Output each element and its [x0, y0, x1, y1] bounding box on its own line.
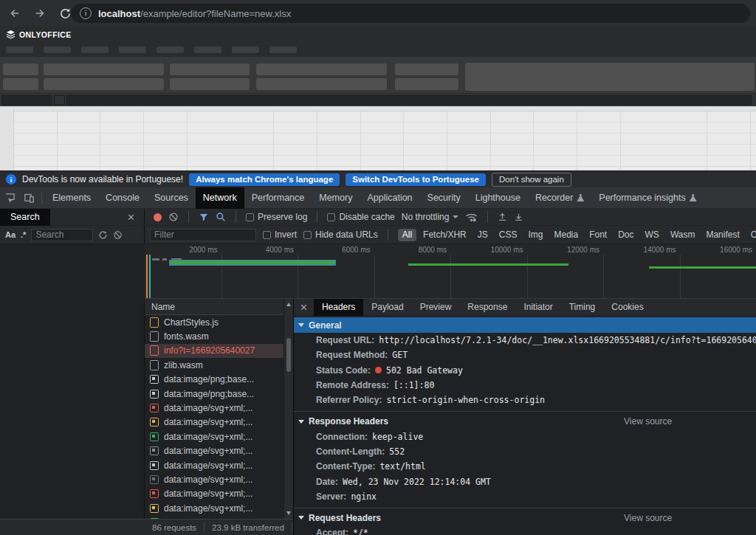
tab-console[interactable]: Console — [98, 187, 147, 209]
filter-chip-img[interactable]: Img — [523, 229, 547, 241]
request-row[interactable]: fonts.wasm — [145, 329, 284, 343]
tab-recorder[interactable]: Recorder — [528, 187, 591, 209]
devtools-infobar: i DevTools is now available in Portugues… — [0, 170, 756, 187]
header-name: Remote Address: — [316, 380, 389, 390]
network-overview-timeline[interactable]: 2000 ms4000 ms6000 ms8000 ms10000 ms1200… — [145, 244, 756, 299]
request-row[interactable]: ChartStyles.js — [145, 315, 284, 329]
match-language-button[interactable]: Always match Chrome's language — [189, 173, 340, 186]
request-row[interactable]: data:image/svg+xml;... — [145, 429, 284, 443]
filter-chip-js[interactable]: JS — [473, 229, 492, 241]
tab-performance[interactable]: Performance — [244, 187, 312, 209]
header-name: Server: — [316, 491, 346, 502]
tab-application[interactable]: Application — [360, 187, 419, 209]
detail-tab-timing[interactable]: Timing — [561, 299, 604, 316]
detail-tab-headers[interactable]: Headers — [314, 299, 363, 316]
filter-input[interactable] — [150, 229, 256, 241]
tab-memory[interactable]: Memory — [312, 187, 360, 209]
scroll-up-icon[interactable] — [286, 303, 291, 306]
detail-tab-payload[interactable]: Payload — [363, 299, 411, 316]
search-panel-title[interactable]: Search — [0, 209, 50, 226]
detail-tab-cookies[interactable]: Cookies — [603, 299, 651, 316]
spreadsheet-grid[interactable] — [0, 106, 756, 170]
filter-chip-fetch-xhr[interactable]: Fetch/XHR — [419, 229, 471, 241]
request-row[interactable]: data:image/svg+xml;... — [145, 487, 284, 501]
tab-security[interactable]: Security — [420, 187, 468, 209]
tab-sources[interactable]: Sources — [147, 187, 196, 209]
onlyoffice-logo: ONLYOFFICE — [6, 30, 72, 39]
disable-cache-checkbox[interactable]: Disable cache — [327, 212, 394, 222]
view-source-link[interactable]: View source — [624, 513, 672, 523]
scroll-down-icon[interactable] — [286, 511, 291, 515]
filter-row: Aa .* Invert Hide data URLs AllFetch/XHR… — [0, 226, 756, 244]
request-list-header[interactable]: Name — [145, 299, 284, 315]
record-icon[interactable] — [154, 213, 162, 221]
request-row[interactable]: zlib.wasm — [145, 358, 284, 372]
filter-chip-doc[interactable]: Doc — [614, 229, 638, 241]
mini-request-mark — [152, 258, 159, 260]
export-har-icon[interactable] — [514, 212, 523, 222]
clear-icon[interactable] — [168, 212, 179, 222]
address-bar[interactable]: i localhost/example/editor?fileName=new.… — [71, 4, 750, 23]
switch-portuguese-button[interactable]: Switch DevTools to Portuguese — [346, 173, 486, 186]
search-icon[interactable] — [216, 212, 226, 222]
throttling-dropdown[interactable]: No throttling — [402, 212, 459, 222]
dont-show-again-button[interactable]: Don't show again — [492, 173, 571, 187]
import-har-icon[interactable] — [498, 212, 507, 222]
view-source-link[interactable]: View source — [624, 416, 672, 427]
invert-checkbox[interactable]: Invert — [263, 229, 297, 240]
detail-tab-response[interactable]: Response — [459, 299, 515, 316]
request-row[interactable]: data:image/svg+xml;... — [145, 472, 284, 486]
page-info-icon[interactable]: i — [80, 7, 92, 19]
tab-lighthouse[interactable]: Lighthouse — [468, 187, 528, 209]
device-toolbar-icon[interactable] — [19, 190, 38, 205]
search-input[interactable] — [31, 229, 93, 241]
request-row[interactable]: data:image/png;base... — [145, 387, 284, 401]
filter-chip-font[interactable]: Font — [585, 229, 611, 241]
detail-tab-preview[interactable]: Preview — [412, 299, 460, 316]
name-box[interactable] — [1, 95, 52, 105]
match-case-toggle[interactable]: Aa — [5, 230, 16, 239]
fx-button[interactable] — [54, 95, 65, 105]
refresh-icon[interactable] — [98, 230, 108, 240]
hide-data-urls-checkbox[interactable]: Hide data URLs — [303, 229, 378, 240]
timeline-tick-label: 8000 ms — [419, 246, 450, 254]
inspect-element-icon[interactable] — [0, 190, 19, 205]
close-search-icon[interactable]: ✕ — [127, 213, 135, 222]
filter-chip-all[interactable]: All — [398, 229, 416, 241]
request-row[interactable]: data:image/png;base... — [145, 373, 284, 387]
checkbox-icon — [327, 213, 335, 221]
regex-toggle[interactable]: .* — [21, 230, 26, 239]
response-headers-section-header[interactable]: Response Headers View source — [294, 411, 756, 429]
back-icon[interactable] — [4, 3, 25, 24]
filter-icon[interactable] — [199, 212, 209, 222]
preserve-log-checkbox[interactable]: Preserve log — [246, 212, 307, 222]
request-row[interactable]: data:image/svg+xml;... — [145, 401, 284, 415]
request-row[interactable]: data:image/svg+xml;... — [145, 415, 284, 429]
request-row[interactable]: data:image/svg+xml;... — [145, 458, 284, 472]
detail-tab-initiator[interactable]: Initiator — [515, 299, 560, 316]
request-row[interactable]: data:image/svg+xml;... — [145, 501, 284, 515]
timeline-tick-label: 2000 ms — [189, 246, 221, 254]
filter-chip-media[interactable]: Media — [549, 229, 583, 241]
divider — [41, 192, 42, 204]
network-conditions-icon[interactable] — [465, 212, 478, 222]
request-row[interactable]: data:image/svg+xml;... — [145, 444, 284, 458]
header-value: nginx — [351, 491, 377, 502]
filter-chip-css[interactable]: CSS — [495, 229, 522, 241]
general-section-header[interactable]: General — [294, 317, 756, 333]
request-row[interactable]: info?t=1669205640027 — [145, 344, 284, 358]
tab-network[interactable]: Network — [196, 187, 244, 209]
request-list-scrollbar[interactable] — [284, 299, 293, 519]
formula-input[interactable] — [66, 95, 752, 105]
filter-chip-ws[interactable]: WS — [641, 229, 664, 241]
close-detail-icon[interactable]: ✕ — [294, 303, 314, 312]
tab-elements[interactable]: Elements — [45, 187, 98, 209]
request-headers-section-header[interactable]: Request Headers View source — [294, 508, 756, 525]
clear-search-icon[interactable] — [113, 230, 123, 240]
scrollbar-thumb[interactable] — [286, 338, 291, 372]
filter-chip-other[interactable]: Other — [746, 229, 756, 241]
filter-chip-manifest[interactable]: Manifest — [701, 229, 743, 241]
forward-icon[interactable] — [30, 3, 50, 24]
tab-performance-insights[interactable]: Performance insights — [591, 187, 704, 209]
filter-chip-wasm[interactable]: Wasm — [666, 229, 700, 241]
